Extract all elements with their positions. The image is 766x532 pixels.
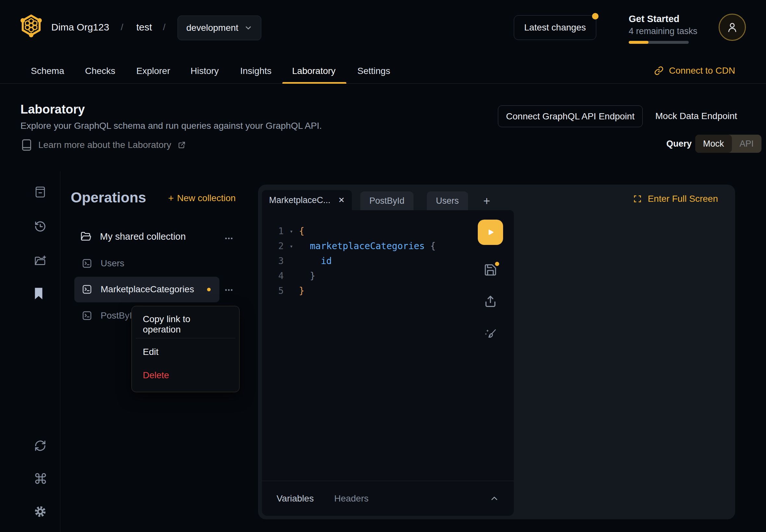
plus-icon: + bbox=[168, 193, 174, 204]
code-line: 3id bbox=[262, 254, 514, 269]
query-mode-label: Query bbox=[666, 139, 692, 149]
breadcrumb-separator: / bbox=[121, 22, 123, 32]
rail-history-icon[interactable] bbox=[34, 220, 46, 233]
play-icon bbox=[485, 227, 496, 238]
top-nav: Schema Checks Explorer History Insights … bbox=[0, 58, 766, 84]
new-collection-button[interactable]: + New collection bbox=[168, 193, 236, 204]
menu-item-copy-link[interactable]: Copy link to operation bbox=[132, 313, 239, 336]
target-selector[interactable]: development bbox=[177, 16, 261, 40]
latest-changes-button[interactable]: Latest changes bbox=[514, 15, 596, 40]
fold-marker-icon[interactable]: ▾ bbox=[284, 239, 299, 254]
connect-endpoint-label: Connect GraphQL API Endpoint bbox=[506, 111, 635, 122]
toggle-api[interactable]: API bbox=[732, 135, 762, 153]
operation-icon bbox=[82, 310, 92, 321]
tab-laboratory[interactable]: Laboratory bbox=[292, 58, 335, 83]
tab-schema[interactable]: Schema bbox=[31, 58, 64, 83]
learn-more-label: Learn more about the Laboratory bbox=[38, 140, 171, 150]
unsaved-changes-dot bbox=[207, 288, 211, 291]
query-editor[interactable]: 1▾{ 2▾marketplaceCategories { 3id 4} 5} bbox=[262, 210, 514, 516]
operation-icon bbox=[82, 284, 92, 295]
tab-history[interactable]: History bbox=[190, 58, 219, 83]
operation-item-post-by-id[interactable]: PostById bbox=[82, 310, 137, 321]
tab-insights[interactable]: Insights bbox=[240, 58, 272, 83]
rail-new-collection-icon[interactable] bbox=[34, 255, 46, 266]
collection-header[interactable]: My shared collection bbox=[80, 231, 186, 242]
unsaved-changes-dot bbox=[495, 262, 499, 266]
connect-cdn-label: Connect to CDN bbox=[669, 66, 735, 76]
toggle-mock[interactable]: Mock bbox=[695, 135, 732, 153]
tab-explorer[interactable]: Explorer bbox=[136, 58, 170, 83]
editor-actions bbox=[478, 220, 503, 341]
hive-logo-icon[interactable] bbox=[19, 13, 43, 38]
breadcrumb-project[interactable]: test bbox=[136, 22, 152, 33]
variables-headers-bar: Variables Headers bbox=[262, 481, 514, 516]
breadcrumb-org[interactable]: Dima Org123 bbox=[51, 22, 109, 33]
get-started-title: Get Started bbox=[629, 14, 698, 24]
rail-settings-icon[interactable] bbox=[34, 505, 46, 518]
collapse-panel-icon[interactable] bbox=[490, 494, 499, 503]
get-started-progress-fill bbox=[629, 41, 649, 44]
run-query-button[interactable] bbox=[478, 220, 503, 245]
link-icon bbox=[654, 66, 664, 76]
fold-marker-icon[interactable]: ▾ bbox=[284, 224, 299, 239]
connect-endpoint-button[interactable]: Connect GraphQL API Endpoint bbox=[498, 105, 643, 127]
folder-open-icon bbox=[80, 231, 91, 242]
code-line: 5} bbox=[262, 284, 514, 298]
code-line: 4} bbox=[262, 269, 514, 284]
latest-changes-label: Latest changes bbox=[524, 22, 586, 33]
operation-label: MarketplaceCategories bbox=[101, 284, 194, 295]
fullscreen-icon bbox=[633, 194, 642, 203]
get-started-progress bbox=[629, 41, 689, 44]
operations-title: Operations bbox=[71, 189, 146, 206]
code-area: 1▾{ 2▾marketplaceCategories { 3id 4} 5} bbox=[262, 224, 514, 298]
mock-endpoint-link[interactable]: Mock Data Endpoint bbox=[655, 111, 737, 121]
chevron-down-icon bbox=[244, 24, 252, 32]
breadcrumb-separator-2: / bbox=[163, 22, 165, 32]
collection-name: My shared collection bbox=[100, 231, 186, 242]
close-tab-icon[interactable]: ✕ bbox=[338, 196, 345, 205]
tab-settings[interactable]: Settings bbox=[357, 58, 390, 83]
operation-item-marketplace-categories[interactable]: MarketplaceCategories bbox=[82, 284, 211, 295]
get-started-widget[interactable]: Get Started 4 remaining tasks bbox=[629, 14, 698, 44]
operation-item-users[interactable]: Users bbox=[82, 258, 124, 269]
query-mode-toggle: Mock API bbox=[695, 135, 761, 153]
operation-context-menu: Copy link to operation Edit Delete bbox=[131, 306, 239, 392]
editor-tab-post-by-id[interactable]: PostById bbox=[360, 191, 414, 210]
share-operation-button[interactable] bbox=[483, 294, 498, 308]
tab-checks[interactable]: Checks bbox=[85, 58, 115, 83]
menu-item-edit[interactable]: Edit bbox=[132, 340, 239, 364]
user-icon bbox=[726, 21, 739, 34]
external-link-icon bbox=[177, 141, 186, 149]
rail-refetch-icon[interactable] bbox=[34, 440, 46, 452]
collection-more-button[interactable] bbox=[224, 234, 234, 243]
editor-tab-marketplace[interactable]: MarketplaceC... ✕ bbox=[262, 190, 352, 210]
rail-collections-icon[interactable] bbox=[34, 186, 46, 199]
learn-more-link[interactable]: Learn more about the Laboratory bbox=[21, 139, 186, 151]
user-avatar[interactable] bbox=[719, 14, 746, 41]
enter-fullscreen-button[interactable]: Enter Full Screen bbox=[633, 194, 718, 204]
rail-divider bbox=[60, 171, 60, 532]
target-selector-value: development bbox=[186, 23, 238, 33]
operation-icon bbox=[82, 258, 92, 269]
operation-label: Users bbox=[101, 258, 124, 269]
fullscreen-label: Enter Full Screen bbox=[648, 194, 718, 204]
laboratory-panel: MarketplaceC... ✕ PostById Users + Enter… bbox=[258, 185, 735, 519]
new-tab-button[interactable]: + bbox=[483, 194, 490, 208]
headers-tab[interactable]: Headers bbox=[334, 493, 369, 504]
operation-more-button[interactable] bbox=[224, 285, 234, 295]
rail-shortcuts-icon[interactable] bbox=[34, 472, 47, 485]
save-operation-button[interactable] bbox=[484, 263, 497, 277]
page-title: Laboratory bbox=[20, 103, 85, 116]
rail-bookmarks-icon[interactable] bbox=[34, 287, 43, 300]
editor-tab-users[interactable]: Users bbox=[427, 191, 468, 210]
menu-item-delete[interactable]: Delete bbox=[132, 364, 239, 387]
code-line: 2▾marketplaceCategories { bbox=[262, 239, 514, 254]
prettify-query-button[interactable] bbox=[483, 326, 498, 341]
notification-dot bbox=[592, 13, 599, 19]
menu-divider bbox=[136, 338, 235, 338]
connect-cdn-link[interactable]: Connect to CDN bbox=[654, 66, 735, 76]
variables-tab[interactable]: Variables bbox=[276, 493, 314, 504]
page-description: Explore your GraphQL schema and run quer… bbox=[20, 121, 322, 131]
code-line: 1▾{ bbox=[262, 224, 514, 239]
get-started-subtitle: 4 remaining tasks bbox=[629, 26, 698, 36]
